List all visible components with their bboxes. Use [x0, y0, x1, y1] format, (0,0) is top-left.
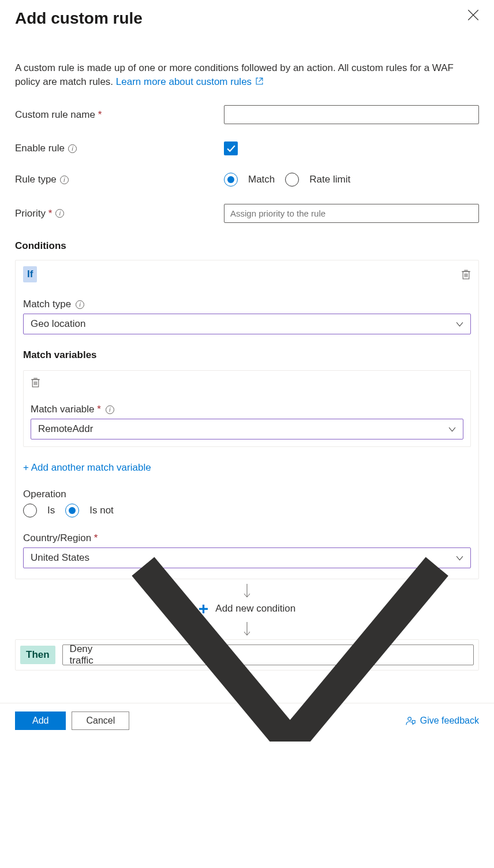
feedback-icon: [406, 716, 417, 727]
checkmark-icon: [226, 144, 236, 154]
cancel-button[interactable]: Cancel: [72, 711, 129, 730]
rule-name-input[interactable]: [224, 105, 479, 124]
add-match-variable-link[interactable]: + Add another match variable: [23, 462, 471, 474]
svg-point-17: [408, 717, 411, 720]
operation-is-not-label: Is not: [89, 505, 114, 516]
rule-type-label: Rule type i: [15, 174, 224, 185]
then-panel: Then Deny traffic: [15, 639, 479, 670]
enable-rule-checkbox[interactable]: [224, 141, 238, 155]
if-badge: If: [23, 266, 37, 282]
info-icon[interactable]: i: [68, 144, 77, 153]
info-icon[interactable]: i: [55, 209, 64, 218]
page-title: Add custom rule: [15, 9, 143, 28]
match-type-select[interactable]: Geo location: [23, 314, 471, 334]
learn-more-link[interactable]: Learn more about custom rules: [116, 76, 263, 87]
enable-rule-label: Enable rule i: [15, 143, 224, 154]
chevron-down-icon: [456, 321, 463, 328]
operation-is-radio[interactable]: [23, 504, 37, 517]
rule-type-match-radio[interactable]: [224, 173, 238, 187]
match-type-label: Match type i: [23, 299, 471, 310]
operation-is-not-radio[interactable]: [65, 504, 79, 517]
rule-type-rate-limit-radio[interactable]: [285, 173, 299, 187]
external-link-icon: [256, 77, 263, 85]
delete-variable-icon[interactable]: [31, 378, 40, 388]
match-variable-label: Match variable * i: [31, 404, 463, 415]
svg-line-2: [259, 78, 263, 82]
info-icon[interactable]: i: [76, 300, 84, 309]
close-icon[interactable]: [467, 9, 479, 21]
operation-is-label: Is: [47, 505, 55, 516]
description-text: A custom rule is made up of one or more …: [15, 61, 479, 89]
rule-type-match-label: Match: [248, 174, 275, 185]
chevron-down-icon: [114, 478, 466, 742]
match-variables-header: Match variables: [23, 349, 471, 361]
rule-name-label: Custom rule name *: [15, 109, 224, 121]
match-variable-select[interactable]: RemoteAddr: [31, 419, 463, 439]
then-badge: Then: [20, 646, 55, 664]
action-select[interactable]: Deny traffic: [62, 645, 474, 665]
priority-input[interactable]: [224, 204, 479, 223]
feedback-link[interactable]: Give feedback: [406, 716, 479, 727]
priority-label: Priority * i: [15, 208, 224, 219]
info-icon[interactable]: i: [106, 405, 114, 414]
conditions-header: Conditions: [15, 240, 479, 252]
chevron-down-icon: [448, 426, 456, 433]
rule-type-rate-limit-label: Rate limit: [309, 174, 350, 185]
delete-condition-icon[interactable]: [461, 270, 471, 280]
match-variable-panel: Match variable * i RemoteAddr: [23, 370, 471, 447]
add-button[interactable]: Add: [15, 711, 66, 730]
info-icon[interactable]: i: [60, 176, 69, 184]
